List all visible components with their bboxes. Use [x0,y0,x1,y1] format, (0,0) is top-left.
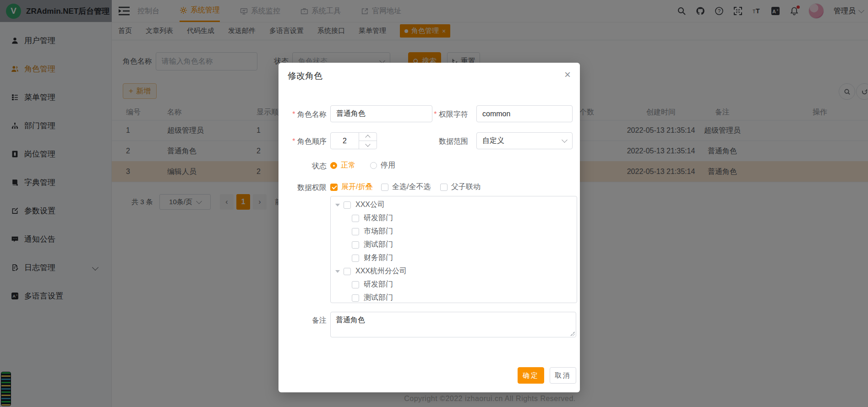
remark-label: 备注 [281,316,327,326]
caret-down-icon[interactable] [335,270,340,273]
checkbox-unchecked-icon [352,241,359,249]
expand-collapse-checkbox[interactable]: 展开/折叠 [330,182,372,192]
checkbox-unchecked-icon [344,201,351,209]
edit-role-dialog: 修改角色 × 角色名称 权限字符 角色顺序 2 数据范围 自定义 状态 [278,63,580,392]
data-permission-label: 数据权限 [281,183,327,193]
tree-node-label: 测试部门 [364,240,393,250]
role-order-label: 角色顺序 [281,137,327,147]
role-name-label: 角色名称 [281,110,327,119]
checkbox-unchecked-icon [352,294,359,302]
dialog-title: 修改角色 [288,70,322,82]
permission-tree: XXX公司 研发部门 市场部门 测试部门 财务部门 XXX杭州分公司 [330,196,577,303]
checkbox-unchecked-icon [352,228,359,235]
tree-node-label: 测试部门 [364,293,393,303]
radio-label: 停用 [381,161,395,170]
chevron-up-icon [365,135,370,140]
increase-button[interactable] [359,133,377,141]
tree-node-label: XXX公司 [355,200,385,210]
checkbox-checked-icon [330,184,338,191]
tree-node-label: 财务部门 [364,253,393,263]
decrease-button[interactable] [359,141,377,149]
status-label: 状态 [281,162,327,171]
role-name-value[interactable] [336,110,426,118]
cancel-button[interactable]: 取消 [550,367,576,384]
resize-handle-icon[interactable] [570,331,575,336]
status-radio-disabled[interactable]: 停用 [370,161,395,170]
radio-label: 正常 [341,161,355,170]
role-name-field[interactable] [330,105,432,122]
checkbox-unchecked-icon [440,184,448,191]
role-key-value[interactable] [482,110,567,118]
tree-node-dept[interactable]: 测试部门 [331,239,577,251]
checkbox-unchecked-icon [381,184,388,191]
checkbox-label: 全选/全不选 [392,182,431,192]
select-all-checkbox[interactable]: 全选/全不选 [381,182,431,192]
checkbox-unchecked-icon [352,215,359,222]
tree-node-dept[interactable]: 测试部门 [331,292,577,303]
data-scope-label: 数据范围 [422,137,468,147]
status-radio-normal[interactable]: 正常 [330,161,355,170]
radio-unchecked-icon [370,162,377,169]
data-scope-select[interactable]: 自定义 [476,132,573,149]
tree-node-label: 研发部门 [364,213,393,223]
role-order-value: 2 [331,137,359,145]
tree-node-branch-company[interactable]: XXX杭州分公司 [331,265,577,277]
checkbox-unchecked-icon [352,255,359,262]
remark-value: 普通角色 [336,316,365,324]
remark-textarea[interactable]: 普通角色 [330,312,576,337]
close-icon[interactable]: × [564,69,571,80]
tree-node-dept[interactable]: 市场部门 [331,225,577,238]
checkbox-unchecked-icon [344,268,351,275]
checkbox-unchecked-icon [352,281,359,288]
app-screen: V ZRAdmin.NET后台管理 控制台 系统管理 系统监控 系统工具 官网地… [0,0,868,407]
tree-node-dept[interactable]: 财务部门 [331,252,577,264]
data-scope-value: 自定义 [482,136,504,146]
tree-node-label: XXX杭州分公司 [355,266,407,276]
tree-node-dept[interactable]: 研发部门 [331,212,577,224]
parent-child-link-checkbox[interactable]: 父子联动 [440,182,480,192]
chevron-down-icon [365,141,370,147]
tree-node-dept[interactable]: 研发部门 [331,278,577,291]
tree-node-label: 研发部门 [364,280,393,289]
checkbox-label: 父子联动 [451,182,480,192]
checkbox-label: 展开/折叠 [341,182,372,192]
role-key-label: 权限字符 [422,110,468,119]
caret-down-icon[interactable] [335,204,340,206]
tree-node-label: 市场部门 [364,227,393,236]
confirm-button[interactable]: 确定 [518,367,544,384]
tree-node-company[interactable]: XXX公司 [331,199,577,211]
radio-checked-icon [330,162,337,169]
role-order-stepper[interactable]: 2 [330,132,377,149]
chevron-down-icon [562,137,568,143]
role-key-field[interactable] [476,105,573,122]
stepper-controls [359,133,377,149]
